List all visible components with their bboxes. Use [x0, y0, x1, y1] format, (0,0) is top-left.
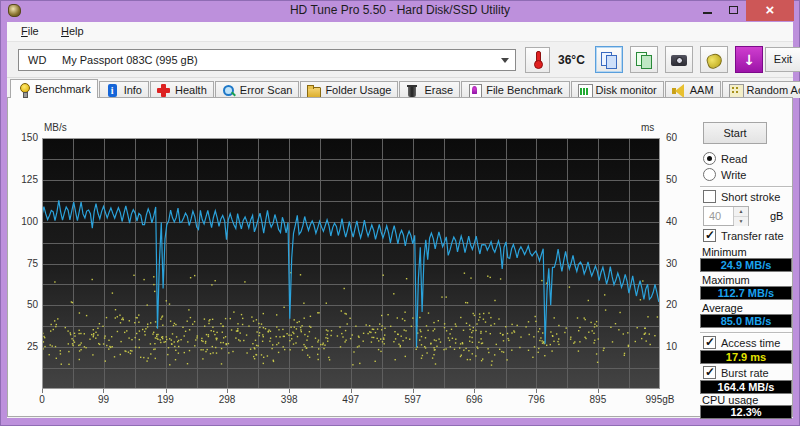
- tab-label: Error Scan: [239, 84, 293, 96]
- cpu-usage-value: 12.3%: [730, 406, 761, 418]
- read-radio[interactable]: Read: [703, 152, 747, 165]
- average-value: 85.0 MB/s: [721, 315, 772, 327]
- y-right-tick-label: 50: [666, 174, 696, 185]
- transfer-rate-checkbox[interactable]: Transfer rate: [703, 229, 784, 242]
- access-time-checkbox[interactable]: Access time: [703, 336, 780, 349]
- drive-vendor: WD: [28, 50, 46, 70]
- random-access-icon: [729, 84, 742, 97]
- stepper-down-icon[interactable]: ▼: [734, 217, 748, 226]
- checkbox-box: [703, 366, 716, 379]
- separator: [700, 186, 792, 188]
- radio-circle: [703, 168, 716, 181]
- titlebar: HD Tune Pro 5.50 - Hard Disk/SSD Utility: [0, 0, 800, 22]
- drive-model: My Passport 083C (995 gB): [62, 50, 198, 70]
- drive-select[interactable]: WD My Passport 083C (995 gB): [18, 49, 516, 71]
- exit-button[interactable]: Exit: [765, 47, 800, 72]
- tab-disk-monitor[interactable]: Disk monitor: [571, 81, 664, 98]
- tab-label: Random Access: [746, 84, 800, 96]
- toolbar-icon-buttons: [595, 46, 763, 73]
- tab-strip: BenchmarkInfoHealthError ScanFolder Usag…: [7, 79, 793, 98]
- menu-help[interactable]: Help: [57, 25, 88, 37]
- y-left-tick-label: 50: [8, 299, 38, 310]
- close-button[interactable]: [746, 0, 794, 21]
- burst-rate-label: Burst rate: [721, 367, 769, 379]
- maximum-value-box: 112.7 MB/s: [700, 286, 792, 300]
- maximum-value: 112.7 MB/s: [718, 287, 774, 299]
- tab-random-access[interactable]: Random Access: [722, 81, 800, 98]
- copy-image-button[interactable]: [630, 46, 658, 73]
- y-right-tick-label: 30: [666, 258, 696, 269]
- y-left-tick-label: 100: [8, 216, 38, 227]
- tab-label: Benchmark: [34, 83, 91, 95]
- start-button[interactable]: Start: [703, 122, 767, 144]
- health-cross-icon: [157, 84, 170, 97]
- menu-bar: File Help: [7, 22, 793, 42]
- menu-file[interactable]: File: [17, 25, 43, 37]
- access-time-value: 17.9 ms: [726, 351, 766, 363]
- speaker-icon: [672, 84, 685, 97]
- tab-erase[interactable]: Erase: [399, 81, 460, 98]
- tab-info[interactable]: Info: [99, 81, 149, 98]
- tab-label: Folder Usage: [324, 84, 391, 96]
- y-left-tick-label: 25: [8, 341, 38, 352]
- y-left-tick-label: 125: [8, 174, 38, 185]
- hand-coins-button[interactable]: [700, 46, 728, 73]
- thermometer-icon: [530, 51, 546, 69]
- search-icon: [222, 84, 235, 97]
- short-stroke-size-value: 40: [709, 210, 721, 222]
- tab-label: Erase: [423, 84, 453, 96]
- maximize-button[interactable]: [720, 0, 746, 21]
- access-time-label: Access time: [721, 337, 780, 349]
- maximum-label: Maximum: [702, 274, 750, 286]
- tab-label: File Benchmark: [485, 84, 562, 96]
- short-stroke-label: Short stroke: [721, 191, 780, 203]
- camera-icon: [671, 52, 688, 68]
- tab-health[interactable]: Health: [150, 81, 214, 98]
- checkbox-box: [703, 190, 716, 203]
- minimize-button[interactable]: [694, 0, 720, 21]
- y-left-tick-label: 150: [8, 132, 38, 143]
- tab-file-benchmark[interactable]: File Benchmark: [461, 81, 569, 98]
- file-benchmark-icon: [468, 84, 481, 97]
- camera-button[interactable]: [665, 46, 693, 73]
- copy-pages-button[interactable]: [595, 46, 623, 73]
- temperature-button[interactable]: [525, 47, 550, 73]
- temperature-value: 36°C: [558, 53, 585, 67]
- average-value-box: 85.0 MB/s: [700, 314, 792, 328]
- tab-aam[interactable]: AAM: [665, 81, 721, 98]
- stepper-up-icon[interactable]: ▲: [734, 207, 748, 217]
- write-radio[interactable]: Write: [703, 168, 746, 181]
- burst-rate-value-box: 164.4 MB/s: [700, 380, 792, 394]
- checkbox-box: [703, 336, 716, 349]
- copy-pages-icon: [601, 52, 618, 68]
- separator: [700, 332, 792, 334]
- short-stroke-unit-label: gB: [770, 210, 783, 222]
- average-label: Average: [702, 302, 743, 314]
- short-stroke-size-stepper[interactable]: 40 ▲ ▼: [703, 206, 749, 226]
- tab-benchmark[interactable]: Benchmark: [10, 79, 98, 98]
- write-label: Write: [721, 169, 746, 181]
- y-left-axis-unit: MB/s: [44, 122, 67, 133]
- burst-rate-checkbox[interactable]: Burst rate: [703, 366, 769, 379]
- hand-coins-icon: [706, 52, 723, 68]
- short-stroke-checkbox[interactable]: Short stroke: [703, 190, 780, 203]
- maximize-icon: [729, 6, 738, 14]
- tab-label: Disk monitor: [595, 84, 657, 96]
- stepper-buttons: ▲ ▼: [733, 207, 748, 225]
- y-right-tick-label: 20: [666, 299, 696, 310]
- tab-label: Info: [123, 84, 142, 96]
- access-time-value-box: 17.9 ms: [700, 350, 792, 364]
- folder-icon: [307, 84, 320, 97]
- cpu-usage-value-box: 12.3%: [700, 405, 792, 419]
- benchmark-chart: [42, 138, 660, 396]
- minimum-value-box: 24.9 MB/s: [700, 258, 792, 272]
- y-right-tick-label: 60: [666, 132, 696, 143]
- download-arrow-icon: [741, 52, 758, 68]
- tab-folder-usage[interactable]: Folder Usage: [300, 81, 398, 98]
- tab-label: AAM: [689, 84, 714, 96]
- transfer-rate-label: Transfer rate: [721, 230, 784, 242]
- tab-error-scan[interactable]: Error Scan: [215, 81, 300, 98]
- disk-monitor-icon: [578, 84, 591, 97]
- hd-tune-window: HD Tune Pro 5.50 - Hard Disk/SSD Utility…: [0, 0, 800, 426]
- download-arrow-button[interactable]: [735, 46, 763, 73]
